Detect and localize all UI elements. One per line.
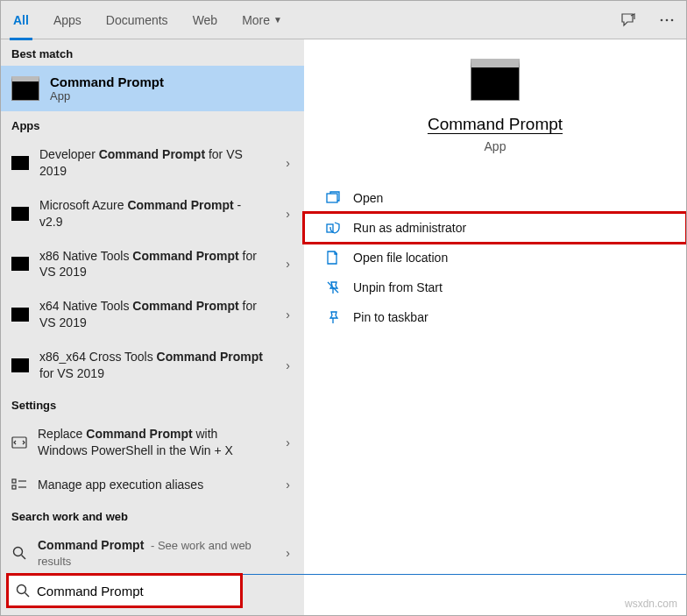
app-result-item[interactable]: x64 Native Tools Command Prompt for VS 2… (1, 289, 304, 340)
best-match-item[interactable]: Command Prompt App (1, 66, 304, 111)
app-result-label: Developer Command Prompt for VS 2019 (39, 146, 272, 180)
action-open[interactable]: Open (304, 183, 686, 213)
shield-icon (325, 220, 341, 236)
setting-result-label: Replace Command Prompt with Windows Powe… (38, 426, 272, 459)
tab-more[interactable]: More▼ (230, 1, 294, 39)
app-result-label: x86 Native Tools Command Prompt for VS 2… (39, 248, 272, 281)
tab-all[interactable]: All (1, 1, 41, 39)
cmd-prompt-icon (11, 76, 39, 101)
section-settings: Settings (1, 391, 304, 417)
app-result-item[interactable]: x86 Native Tools Command Prompt for VS 2… (1, 239, 304, 290)
divider (243, 574, 686, 575)
chevron-right-icon[interactable]: › (282, 207, 294, 221)
setting-result-label: Manage app execution aliases (38, 477, 272, 493)
pin-icon (325, 309, 341, 325)
details-title[interactable]: Command Prompt (428, 115, 563, 134)
app-icon (11, 257, 29, 271)
feedback-icon[interactable] (616, 8, 641, 32)
chevron-right-icon[interactable]: › (282, 478, 294, 492)
svg-point-0 (661, 18, 663, 21)
action-label: Open (353, 191, 383, 205)
svg-point-15 (18, 585, 26, 594)
section-best-match: Best match (1, 39, 304, 66)
settings-icon (11, 435, 27, 450)
setting-result-item[interactable]: Manage app execution aliases › (1, 468, 304, 502)
web-result-item[interactable]: Command Prompt - See work and web result… (1, 528, 304, 579)
watermark: wsxdn.com (625, 598, 677, 610)
action-label: Run as administrator (353, 221, 466, 235)
app-icon (11, 358, 29, 372)
svg-point-8 (14, 548, 23, 556)
app-icon (11, 308, 29, 322)
tab-apps[interactable]: Apps (41, 1, 94, 39)
tab-documents[interactable]: Documents (94, 1, 181, 39)
app-result-label: x64 Native Tools Command Prompt for VS 2… (39, 298, 272, 331)
action-label: Pin to taskbar (353, 310, 428, 324)
app-result-label: x86_x64 Cross Tools Command Prompt for V… (39, 349, 272, 382)
action-open-file-location[interactable]: Open file location (304, 243, 686, 273)
svg-rect-10 (327, 194, 337, 202)
search-icon (11, 545, 27, 561)
chevron-right-icon[interactable]: › (282, 546, 294, 560)
svg-point-2 (671, 18, 674, 21)
details-subtitle: App (485, 139, 506, 153)
more-options-icon[interactable] (655, 8, 679, 32)
best-match-subtitle: App (50, 89, 164, 103)
best-match-title: Command Prompt (50, 74, 164, 89)
search-icon (16, 584, 30, 598)
app-result-label: Microsoft Azure Command Prompt - v2.9 (39, 197, 272, 230)
action-pin-to-taskbar[interactable]: Pin to taskbar (304, 302, 686, 332)
action-label: Open file location (353, 251, 448, 265)
section-apps: Apps (1, 111, 304, 138)
search-input[interactable] (37, 584, 233, 598)
search-scope-tabs: All Apps Documents Web More▼ (1, 1, 686, 39)
details-panel: Command Prompt App Open Run as administr… (304, 39, 686, 615)
folder-icon (325, 250, 341, 266)
web-result-label: Command Prompt - See work and web result… (38, 537, 272, 570)
chevron-right-icon[interactable]: › (282, 257, 294, 271)
chevron-right-icon[interactable]: › (282, 358, 294, 372)
svg-line-16 (25, 593, 30, 598)
unpin-icon (325, 280, 341, 295)
svg-rect-4 (12, 479, 16, 483)
chevron-right-icon[interactable]: › (282, 308, 294, 322)
open-icon (325, 190, 341, 206)
svg-point-1 (666, 18, 669, 21)
setting-result-item[interactable]: Replace Command Prompt with Windows Powe… (1, 417, 304, 468)
svg-line-9 (22, 556, 26, 560)
tab-web[interactable]: Web (181, 1, 230, 39)
action-run-as-admin[interactable]: Run as administrator (304, 213, 686, 243)
chevron-right-icon[interactable]: › (282, 435, 294, 450)
settings-list-icon (11, 477, 27, 492)
app-icon (11, 156, 29, 170)
svg-rect-5 (12, 485, 16, 489)
search-box-highlight (6, 573, 243, 608)
app-result-item[interactable]: Microsoft Azure Command Prompt - v2.9 › (1, 188, 304, 239)
chevron-down-icon: ▼ (273, 15, 282, 25)
app-result-item[interactable]: x86_x64 Cross Tools Command Prompt for V… (1, 340, 304, 391)
section-work-web: Search work and web (1, 502, 304, 528)
chevron-right-icon[interactable]: › (282, 156, 294, 170)
action-unpin-from-start[interactable]: Unpin from Start (304, 273, 686, 302)
app-result-item[interactable]: Developer Command Prompt for VS 2019 › (1, 138, 304, 188)
results-panel: Best match Command Prompt App Apps Devel… (1, 39, 304, 615)
cmd-prompt-icon-large (471, 59, 520, 101)
app-icon (11, 207, 29, 221)
action-label: Unpin from Start (353, 280, 443, 294)
